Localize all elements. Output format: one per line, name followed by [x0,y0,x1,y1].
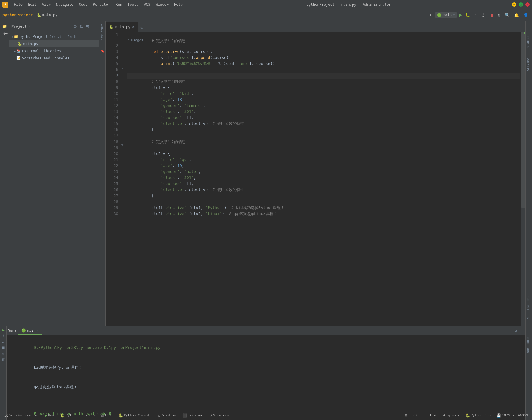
code-line-24: 'courses': [], [127,175,520,181]
structure-label[interactable]: Structure [100,22,104,41]
status-encoding[interactable]: UTF-8 [426,411,439,420]
root-folder-path: D:\pythonProject [50,35,81,39]
code-line-2: def elective(stu, course): [127,43,520,49]
tree-external-libraries[interactable]: ▶ 📚 External Libraries [9,47,99,55]
bottom-main: Run: 🟢 main × ⚙ — D:\Python\Python38\pyt… [7,326,525,420]
menu-view[interactable]: View [40,2,53,7]
database-label[interactable]: Database [526,33,532,51]
menu-file[interactable]: File [11,2,25,7]
fold-stu2-indicator[interactable]: ▼ [121,144,123,147]
todo-label: TODO [104,413,113,417]
status-python-packages[interactable]: 🐍 Python Packages [58,411,97,420]
panel-action-collapse[interactable]: ⊟ [85,23,90,29]
main-layout: 📁 Project Project ▾ ⚙ ⇅ ⊟ — ▾ 📁 pythonPr… [0,21,532,326]
line-num-27: 27 [106,193,118,199]
status-services[interactable]: ⚡ Services [208,411,230,420]
project-name: pythonProject [2,13,33,17]
menu-tools[interactable]: Tools [125,2,141,7]
editor-scrollbar[interactable] [521,32,525,326]
word-book-label[interactable]: Word Book [526,335,530,354]
run-play-icon[interactable]: ▶ [2,328,4,332]
bottom-settings-icon[interactable]: ⚙ [513,328,518,334]
status-line-ending[interactable]: CRLF [412,411,423,420]
terminal-label: Terminal [188,413,204,417]
status-todo[interactable]: ☑ TODO [100,411,114,420]
bottom-tab-run[interactable]: 🟢 main × [18,327,42,335]
code-editor: 1 2 3 4 5 6 7 8 9 10 11 12 13 14 15 16 1… [106,32,525,326]
code-line-28: stu1['elective'](stu1, 'Python') # kid成功… [127,199,520,205]
settings-button[interactable]: ⚙ [497,12,502,18]
run-down-icon[interactable]: ⬇ [2,334,4,338]
line-num-9: 9 [106,85,118,91]
status-python-console[interactable]: 🐍 Python Console [117,411,154,420]
line-num-8: 8 [106,79,118,85]
status-python-version[interactable]: 🐍 Python 3.8 [464,411,492,420]
menu-refactor[interactable]: Refactor [90,2,113,7]
line-num-19: 19 [106,145,118,151]
menu-window[interactable]: Window [153,2,171,7]
tab-more-button[interactable]: » [138,25,145,32]
line-num-16: 16 [106,127,118,133]
project-label[interactable]: Project [0,32,10,35]
line-num-20: 20 [106,151,118,157]
coverage-button[interactable]: ⚡ [473,12,478,18]
code-line-8: stu1 = { [127,79,520,85]
stop-button[interactable]: ⏹ [488,12,495,18]
maximize-button[interactable]: □ [519,2,523,7]
status-windows[interactable]: ⊞ [403,411,409,420]
debug-button[interactable]: 🐛 [464,12,471,18]
menu-code[interactable]: Code [77,2,90,7]
run-button[interactable]: ▶ [459,12,462,18]
bottom-close-icon[interactable]: — [519,328,524,334]
editor-tab-main[interactable]: 🐍 main.py × [106,22,138,32]
panel-action-expand[interactable]: ⇅ [79,23,84,29]
run-rerun-icon[interactable]: ↺ [2,340,4,344]
panel-action-minimize[interactable]: — [91,23,96,29]
profile-button[interactable]: ⏱ [480,12,487,18]
sciview-label[interactable]: SciView [526,57,532,72]
minimize-button[interactable]: ─ [512,2,516,7]
run-tab-close[interactable]: × [37,329,39,332]
code-line-15: } [127,121,520,127]
fold-stu1[interactable]: ▼ [121,67,123,70]
run-trash-icon[interactable]: 🗑 [2,357,5,361]
code-content[interactable]: # 定义学生1的信息 2 usages def elective(stu, co… [125,32,521,326]
notification-button[interactable]: 🔔 [513,12,520,18]
menu-run[interactable]: Run [113,2,125,7]
menu-vcs[interactable]: VCS [141,2,153,7]
tab-close-button[interactable]: × [132,25,134,29]
activity-project[interactable]: 📁 [1,22,8,30]
run-config[interactable]: 🟢 main ▾ [435,12,457,18]
tab-name: main.py [115,25,131,29]
close-button[interactable]: × [525,2,530,7]
tree-root-folder[interactable]: ▾ 📁 pythonProject D:\pythonProject [9,33,99,40]
menu-edit[interactable]: Edit [26,2,39,7]
vcs-update-icon[interactable]: ⬇ [428,12,433,18]
project-panel-header: Project ▾ ⚙ ⇅ ⊟ — [9,21,99,32]
status-terminal[interactable]: ⬛ Terminal [181,411,206,420]
search-button[interactable]: 🔍 [503,12,511,18]
terminal-line-4 [10,397,522,404]
line-num-7: 7 [106,73,118,79]
run-print-icon[interactable]: 🖨 [2,352,5,356]
panel-action-settings[interactable]: ⚙ [73,23,78,29]
menu-navigate[interactable]: Navigate [54,2,76,7]
code-line-10: 'age': 18, [127,91,520,97]
menu-help[interactable]: Help [172,2,185,7]
status-problems[interactable]: ⚠ Problems [156,411,178,420]
status-git[interactable]: ⎇ Version Control [2,411,41,420]
run-label: Run: [8,329,17,333]
status-indent[interactable]: 4 spaces [442,411,461,420]
tree-scratches[interactable]: ▶ 📝 Scratches and Consoles [9,55,99,62]
bookmarks-label[interactable]: 🔖 [100,49,105,53]
notifications-icon[interactable]: Notifications [526,295,532,320]
tree-file-main[interactable]: 🐍 main.py [9,40,99,47]
code-line-11: 'gender': 'female', [127,97,520,103]
avatar[interactable]: 👤 [522,12,530,18]
line-num-14: 14 [106,115,118,121]
status-run[interactable]: ▶ Run [43,411,56,420]
code-line-6 [127,67,520,73]
run-stop-icon[interactable]: ⏹ [2,346,5,350]
python-version-icon: 🐍 [465,413,470,418]
status-memory[interactable]: 💾 1079 of 4096M [495,411,530,420]
